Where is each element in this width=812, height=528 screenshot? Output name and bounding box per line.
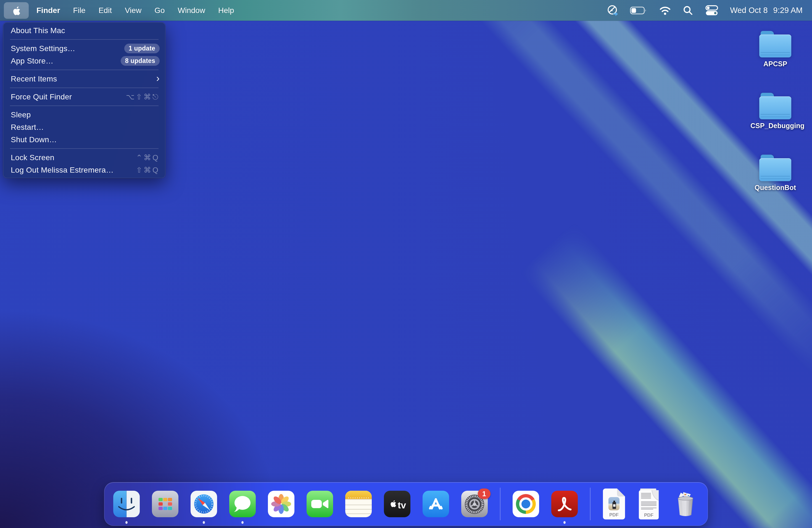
chrome-logo-icon: [516, 494, 536, 514]
update-count-badge: 8 updates: [121, 56, 160, 66]
keyboard-shortcut: ⌃⌘Q: [136, 153, 160, 162]
menu-separator: [10, 105, 159, 106]
folder-label: APCSP: [764, 60, 787, 68]
menu-item-restart[interactable]: Restart…: [3, 121, 165, 133]
menu-item-log-out-melissa-estremera[interactable]: Log Out Melissa Estremera…⇧⌘Q: [3, 164, 165, 176]
desktop-folder-apcsp[interactable]: APCSP: [750, 31, 800, 68]
chrome-logo-center: [519, 497, 533, 511]
wifi-icon[interactable]: [659, 5, 671, 15]
menu-item-label: Log Out Melissa Estremera…: [11, 166, 114, 175]
folder-body: [759, 34, 791, 57]
folder-icon: [759, 93, 791, 119]
dock-item-notes[interactable]: [345, 491, 372, 517]
dock-item-pdf-document[interactable]: PDF: [637, 488, 660, 520]
menu-item-label: Recent Items: [11, 75, 57, 84]
menubar-menu-file[interactable]: File: [73, 6, 86, 15]
folder-label: CSP_Debugging: [750, 122, 804, 130]
menubar-clock[interactable]: Wed Oct 8 9:29 AM: [730, 6, 802, 15]
clock-date: Wed Oct 8: [730, 6, 768, 15]
menu-item-recent-items[interactable]: Recent Items›: [3, 73, 165, 85]
menubar-menu-help[interactable]: Help: [218, 6, 234, 15]
menubar-menu-go[interactable]: Go: [155, 6, 164, 15]
notification-badge: 1: [478, 488, 491, 499]
menu-item-label: System Settings…: [11, 44, 75, 53]
sync-icon[interactable]: [606, 4, 619, 17]
menu-item-label: Force Quit Finder: [11, 92, 72, 101]
menubar-menu-finder[interactable]: Finder: [37, 6, 60, 15]
dock-item-photos[interactable]: [268, 491, 294, 517]
running-indicator-dot: [242, 521, 244, 524]
dock-item-facetime[interactable]: [307, 491, 333, 517]
menu-separator: [10, 70, 159, 70]
menu-item-sleep[interactable]: Sleep: [3, 108, 165, 121]
menu-item-app-store[interactable]: App Store…8 updates: [3, 55, 165, 67]
menu-item-label: About This Mac: [11, 26, 65, 35]
keyboard-shortcut: ⇧⌘Q: [136, 166, 160, 175]
dock-item-messages[interactable]: [229, 491, 256, 517]
menu-item-label: Shut Down…: [11, 135, 57, 144]
running-indicator-dot: [126, 521, 128, 524]
dock-item-pdf-document[interactable]: PDF: [603, 488, 625, 520]
menu-separator: [10, 88, 159, 88]
menu-bar: FinderFileEditViewGoWindowHelp: [0, 0, 812, 21]
update-count-badge: 1 update: [124, 44, 160, 53]
spotlight-search-icon[interactable]: [682, 5, 694, 16]
menu-item-lock-screen[interactable]: Lock Screen⌃⌘Q: [3, 151, 165, 164]
apple-logo-icon: [11, 4, 21, 17]
control-center-icon[interactable]: [705, 5, 719, 16]
dock-item-google-chrome[interactable]: [512, 491, 539, 517]
clock-time: 9:29 AM: [773, 6, 802, 15]
dock-divider: [590, 488, 591, 520]
menubar-app-menus: FinderFileEditViewGoWindowHelp: [37, 6, 234, 15]
menu-item-label: Restart…: [11, 123, 44, 132]
submenu-chevron-icon: ›: [156, 73, 160, 84]
menu-bar-status-area: Wed Oct 8 9:29 AM: [606, 0, 812, 21]
battery-icon[interactable]: [630, 6, 648, 15]
dock-divider: [500, 488, 501, 520]
menubar-menu-edit[interactable]: Edit: [99, 6, 112, 15]
dock-item-safari[interactable]: [191, 491, 217, 517]
running-indicator-dot: [203, 521, 205, 524]
dock-item-adobe-acrobat[interactable]: [551, 491, 578, 517]
dock-item-launchpad[interactable]: [152, 491, 178, 517]
desktop-folder-csp-debugging[interactable]: CSP_Debugging: [750, 93, 800, 130]
appletv-tv-text: tv: [398, 500, 406, 510]
menu-item-system-settings[interactable]: System Settings…1 update: [3, 42, 165, 55]
dock-item-system-settings[interactable]: 1: [461, 491, 488, 517]
folder-label: QuestionBot: [755, 184, 796, 192]
dock-item-app-store[interactable]: [423, 491, 449, 517]
menu-bar-left: FinderFileEditViewGoWindowHelp: [0, 0, 234, 21]
dock-item-apple-tv[interactable]: tv: [384, 491, 410, 517]
keyboard-shortcut: ⌥⇧⌘⎋: [126, 92, 160, 101]
dock: tv 1: [104, 482, 708, 526]
running-indicator-dot: [563, 521, 566, 524]
apple-menu-button[interactable]: [4, 2, 29, 19]
desktop-folder-questionbot[interactable]: QuestionBot: [750, 155, 800, 192]
menu-item-about-this-mac[interactable]: About This Mac: [3, 24, 165, 37]
dock-item-finder[interactable]: [113, 491, 140, 517]
menu-item-shut-down[interactable]: Shut Down…: [3, 133, 165, 146]
folder-body: [759, 158, 791, 181]
menu-item-label: Lock Screen: [11, 153, 54, 162]
menu-separator: [10, 39, 159, 40]
folder-body: [759, 97, 791, 119]
wallpaper-shadow-corner: [0, 210, 387, 528]
folder-icon: [759, 31, 791, 57]
menu-item-force-quit-finder[interactable]: Force Quit Finder⌥⇧⌘⎋: [3, 91, 165, 103]
apple-menu-dropdown: About This MacSystem Settings…1 updateAp…: [3, 23, 165, 178]
folder-icon: [759, 155, 791, 181]
menubar-menu-view[interactable]: View: [125, 6, 141, 15]
pdf-label: PDF: [609, 512, 619, 517]
dock-item-trash[interactable]: [672, 491, 699, 517]
menu-item-label: App Store…: [11, 57, 54, 65]
menu-item-label: Sleep: [11, 111, 31, 119]
menu-separator: [10, 148, 159, 149]
pdf-label: PDF: [644, 513, 653, 518]
menubar-menu-window[interactable]: Window: [178, 6, 205, 15]
